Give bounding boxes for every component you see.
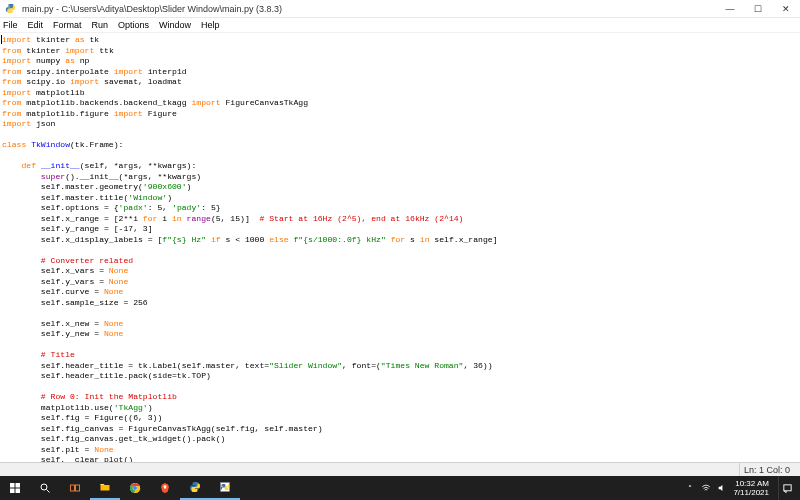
taskbar: ˄ 10:32 AM 7/11/2021 xyxy=(0,476,800,500)
svg-rect-13 xyxy=(784,484,791,490)
search-icon[interactable] xyxy=(30,476,60,500)
svg-line-7 xyxy=(47,490,50,493)
cursor-position: Ln: 1 Col: 0 xyxy=(739,463,794,476)
wifi-icon[interactable] xyxy=(701,483,711,493)
menu-edit[interactable]: Edit xyxy=(28,20,44,30)
menu-format[interactable]: Format xyxy=(53,20,82,30)
window-titlebar: main.py - C:\Users\Aditya\Desktop\Slider… xyxy=(0,0,800,18)
tray-up-icon[interactable]: ˄ xyxy=(685,483,695,493)
menu-bar: File Edit Format Run Options Window Help xyxy=(0,18,800,33)
menu-help[interactable]: Help xyxy=(201,20,220,30)
svg-point-1 xyxy=(11,11,12,12)
svg-point-0 xyxy=(8,5,9,6)
maximize-button[interactable]: ☐ xyxy=(744,0,772,18)
status-bar: Ln: 1 Col: 0 xyxy=(0,462,800,476)
code-editor[interactable]: import tkinter as tk from tkinter import… xyxy=(0,33,800,462)
svg-rect-8 xyxy=(71,485,75,491)
explorer-icon[interactable] xyxy=(90,476,120,500)
chrome-icon[interactable] xyxy=(120,476,150,500)
menu-window[interactable]: Window xyxy=(159,20,191,30)
menu-options[interactable]: Options xyxy=(118,20,149,30)
system-tray: ˄ 10:32 AM 7/11/2021 xyxy=(685,476,800,500)
app-icon xyxy=(3,2,17,16)
menu-file[interactable]: File xyxy=(3,20,18,30)
clock-time: 10:32 AM xyxy=(733,479,769,488)
svg-rect-2 xyxy=(10,483,15,488)
minimize-button[interactable]: — xyxy=(716,0,744,18)
window-controls: — ☐ ✕ xyxy=(716,0,800,18)
python-icon[interactable] xyxy=(180,476,210,500)
clock-date: 7/11/2021 xyxy=(733,488,769,497)
brave-icon[interactable] xyxy=(150,476,180,500)
svg-rect-4 xyxy=(10,489,15,494)
start-button[interactable] xyxy=(0,476,30,500)
close-button[interactable]: ✕ xyxy=(772,0,800,18)
svg-rect-3 xyxy=(16,483,21,488)
svg-point-6 xyxy=(41,484,47,490)
notifications-icon[interactable] xyxy=(778,476,796,500)
idle-icon[interactable] xyxy=(210,476,240,500)
taskview-icon[interactable] xyxy=(60,476,90,500)
svg-point-11 xyxy=(133,486,137,490)
code-text[interactable]: import tkinter as tk from tkinter import… xyxy=(2,35,798,462)
clock[interactable]: 10:32 AM 7/11/2021 xyxy=(733,479,769,497)
volume-icon[interactable] xyxy=(717,483,727,493)
menu-run[interactable]: Run xyxy=(92,20,109,30)
window-title: main.py - C:\Users\Aditya\Desktop\Slider… xyxy=(20,4,716,14)
svg-rect-5 xyxy=(16,489,21,494)
svg-rect-9 xyxy=(76,485,80,491)
